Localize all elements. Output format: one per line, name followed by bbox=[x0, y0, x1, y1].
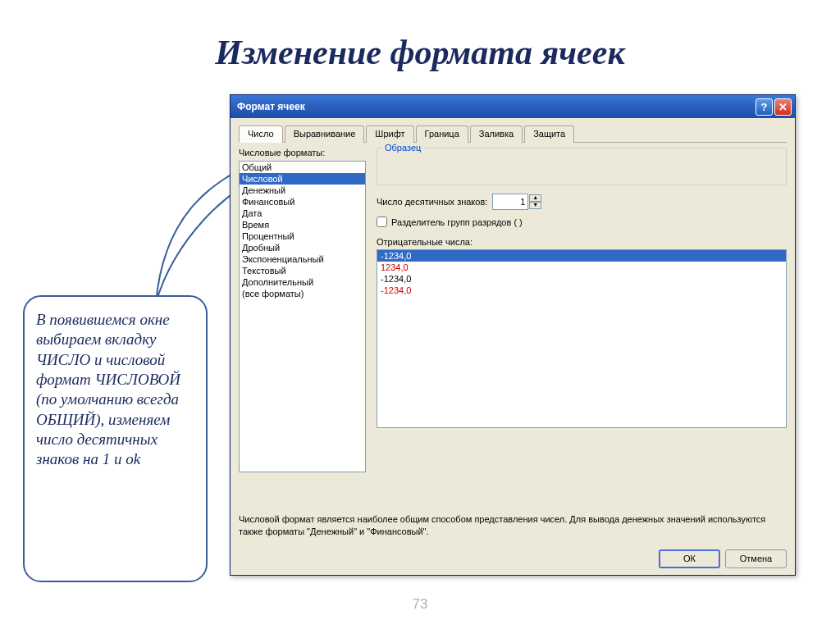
format-item[interactable]: (все форматы) bbox=[240, 288, 365, 299]
separator-label: Разделитель групп разрядов ( ) bbox=[391, 217, 523, 227]
close-button[interactable]: ✕ bbox=[774, 98, 792, 116]
close-icon: ✕ bbox=[778, 101, 788, 113]
tab-защита[interactable]: Защита bbox=[524, 125, 574, 143]
help-button[interactable]: ? bbox=[756, 98, 773, 116]
dialog-footer: ОК Отмена bbox=[231, 542, 795, 575]
negative-item[interactable]: -1234,0 bbox=[377, 273, 786, 285]
negative-item[interactable]: -1234,0 bbox=[377, 285, 786, 296]
tab-граница[interactable]: Граница bbox=[416, 125, 468, 143]
decimal-places-row: Число десятичных знаков: ▲ ▼ bbox=[377, 194, 787, 210]
format-item[interactable]: Экспоненциальный bbox=[240, 253, 365, 265]
instruction-callout: В появившемся окне выбираем вкладку ЧИСЛ… bbox=[23, 295, 208, 582]
ok-button[interactable]: ОК bbox=[659, 549, 720, 568]
sample-label: Образец bbox=[382, 143, 423, 153]
thousands-separator-row: Разделитель групп разрядов ( ) bbox=[377, 217, 787, 227]
slide-title: Изменение формата ячеек bbox=[0, 0, 840, 89]
sample-group: Образец bbox=[377, 148, 787, 185]
format-item[interactable]: Дробный bbox=[240, 242, 365, 253]
format-item[interactable]: Текстовый bbox=[240, 265, 365, 276]
tab-число[interactable]: Число bbox=[239, 125, 283, 143]
decimal-label: Число десятичных знаков: bbox=[377, 197, 487, 207]
right-pane: Образец Число десятичных знаков: ▲ ▼ Раз… bbox=[377, 148, 787, 428]
spinner-buttons: ▲ ▼ bbox=[529, 194, 541, 209]
callout-text: В появившемся окне выбираем вкладку ЧИСЛ… bbox=[36, 310, 194, 470]
dialog-title: Формат ячеек bbox=[237, 101, 754, 112]
format-cells-dialog: Формат ячеек ? ✕ ЧислоВыравниваниеШрифтГ… bbox=[230, 94, 796, 576]
formats-label: Числовые форматы: bbox=[239, 148, 325, 157]
tab-выравнивание[interactable]: Выравнивание bbox=[285, 125, 365, 143]
number-formats-listbox[interactable]: ОбщийЧисловойДенежныйФинансовыйДатаВремя… bbox=[239, 161, 366, 472]
format-item[interactable]: Числовой bbox=[240, 173, 365, 185]
format-item[interactable]: Общий bbox=[240, 162, 365, 173]
spinner-up[interactable]: ▲ bbox=[529, 194, 541, 202]
format-item[interactable]: Время bbox=[240, 219, 365, 230]
negative-item[interactable]: 1234,0 bbox=[377, 262, 786, 273]
format-description: Числовой формат является наиболее общим … bbox=[239, 513, 787, 537]
tabs: ЧислоВыравниваниеШрифтГраницаЗаливкаЗащи… bbox=[239, 125, 787, 143]
format-item[interactable]: Дополнительный bbox=[240, 276, 365, 288]
format-item[interactable]: Финансовый bbox=[240, 196, 365, 207]
slide-number: 73 bbox=[413, 596, 428, 613]
format-item[interactable]: Процентный bbox=[240, 230, 365, 242]
decimal-places-input[interactable] bbox=[492, 194, 528, 210]
spinner-down[interactable]: ▼ bbox=[529, 202, 541, 209]
thousands-separator-checkbox[interactable] bbox=[377, 217, 387, 227]
cancel-button[interactable]: Отмена bbox=[725, 549, 787, 568]
negative-item[interactable]: -1234,0 bbox=[377, 250, 786, 262]
format-item[interactable]: Дата bbox=[240, 207, 365, 219]
negative-label: Отрицательные числа: bbox=[377, 237, 787, 247]
dialog-body: ЧислоВыравниваниеШрифтГраницаЗаливкаЗащи… bbox=[231, 118, 795, 542]
titlebar[interactable]: Формат ячеек ? ✕ bbox=[231, 95, 795, 118]
format-item[interactable]: Денежный bbox=[240, 185, 365, 196]
tab-шрифт[interactable]: Шрифт bbox=[366, 125, 413, 143]
negative-numbers-listbox[interactable]: -1234,01234,0-1234,0-1234,0 bbox=[377, 249, 787, 428]
tab-заливка[interactable]: Заливка bbox=[470, 125, 523, 143]
